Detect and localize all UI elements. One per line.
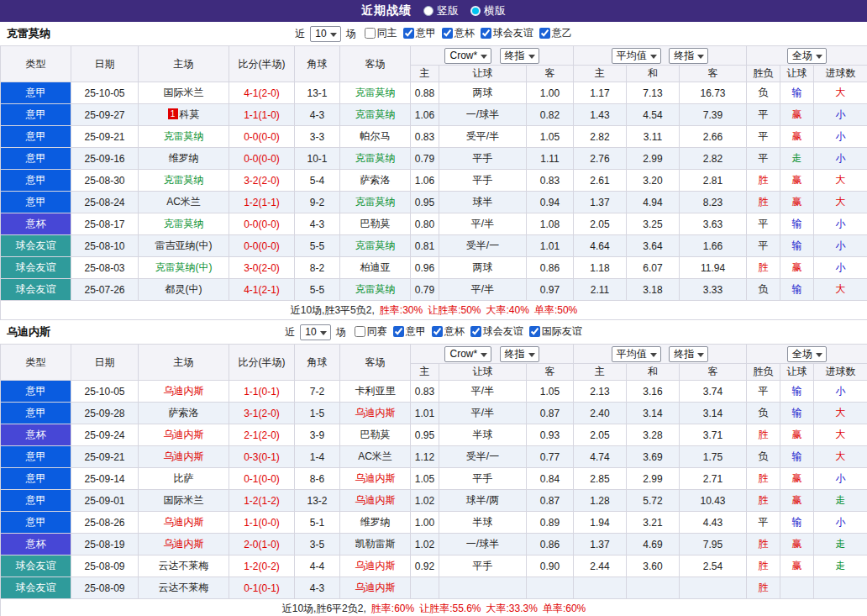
- away-team-link[interactable]: 克雷莫纳: [340, 279, 411, 301]
- filter-checkbox[interactable]: [481, 28, 491, 39]
- average-stage-select[interactable]: 终指: [669, 346, 708, 362]
- filter-checkbox[interactable]: [403, 28, 414, 39]
- home-team-link[interactable]: 国际米兰: [139, 82, 229, 104]
- filter-option[interactable]: 球会友谊: [481, 26, 533, 40]
- odds-stage-select[interactable]: 终指: [500, 346, 539, 362]
- filter-checkbox[interactable]: [432, 326, 443, 337]
- average-select[interactable]: 平均值: [612, 48, 661, 64]
- result-outcome: 胜: [747, 468, 780, 490]
- odds-stage-select[interactable]: 终指: [500, 48, 539, 64]
- home-team-link[interactable]: 云达不莱梅: [139, 577, 229, 599]
- filter-checkbox[interactable]: [365, 28, 376, 39]
- home-team-link[interactable]: 1科莫: [139, 104, 229, 126]
- match-score-link[interactable]: 3-1(2-0): [229, 403, 295, 424]
- match-score-link[interactable]: 4-1(2-0): [229, 82, 295, 104]
- filter-checkbox[interactable]: [355, 326, 365, 337]
- chevron-down-icon: [528, 55, 535, 59]
- away-team-link[interactable]: 克雷莫纳: [340, 148, 411, 170]
- home-team-link[interactable]: 克雷莫纳: [139, 126, 229, 148]
- filter-checkbox[interactable]: [539, 28, 550, 39]
- home-team-link[interactable]: 萨索洛: [139, 403, 229, 424]
- away-team-link[interactable]: 凯勒雷斯: [340, 534, 411, 555]
- home-team-link[interactable]: 乌迪内斯: [139, 424, 229, 446]
- away-team-link[interactable]: 巴勒莫: [340, 424, 411, 446]
- average-select[interactable]: 平均值: [612, 346, 661, 362]
- away-team-link[interactable]: 克雷莫纳: [340, 192, 411, 213]
- away-team-link[interactable]: 帕尔马: [340, 126, 411, 148]
- match-score-link[interactable]: 0-0(0-0): [229, 213, 295, 235]
- match-score-link[interactable]: 1-1(0-0): [229, 512, 295, 534]
- home-team-link[interactable]: 克雷莫纳: [139, 213, 229, 235]
- bookmaker-select[interactable]: Crow*: [444, 48, 491, 64]
- match-row: 意甲25-09-28萨索洛3-1(2-0)1-5乌迪内斯1.01平/半0.872…: [1, 403, 867, 424]
- filter-checkbox[interactable]: [442, 28, 453, 39]
- away-team-link[interactable]: 克雷莫纳: [340, 104, 411, 126]
- away-team-link[interactable]: 巴勒莫: [340, 213, 411, 235]
- filter-option[interactable]: 意甲: [403, 26, 436, 40]
- away-team-link[interactable]: 克雷莫纳: [340, 82, 411, 104]
- home-team-link[interactable]: 克雷莫纳(中): [139, 257, 229, 279]
- match-score-link[interactable]: 2-0(1-0): [229, 534, 295, 555]
- match-score-link[interactable]: 0-3(0-1): [229, 446, 295, 468]
- match-score-link[interactable]: 0-1(0-0): [229, 468, 295, 490]
- match-score-link[interactable]: 1-2(1-1): [229, 192, 295, 213]
- away-team-link[interactable]: 维罗纳: [340, 512, 411, 534]
- away-team-link[interactable]: 乌迪内斯: [340, 577, 411, 599]
- match-score-link[interactable]: 0-0(0-0): [229, 235, 295, 257]
- match-count-select[interactable]: 10: [310, 26, 340, 42]
- scope-select[interactable]: 全场: [787, 48, 827, 64]
- match-score-link[interactable]: 0-1(0-1): [229, 577, 295, 599]
- layout-radio-vertical[interactable]: 竖版: [423, 3, 459, 18]
- match-count-select[interactable]: 10: [300, 324, 330, 340]
- match-score-link[interactable]: 1-2(1-2): [229, 490, 295, 512]
- filter-option[interactable]: 国际友谊: [529, 324, 582, 339]
- match-score-link[interactable]: 0-0(0-0): [229, 126, 295, 148]
- filter-option[interactable]: 同主: [365, 26, 397, 40]
- away-team-link[interactable]: 乌迪内斯: [340, 555, 411, 577]
- filter-checkbox[interactable]: [470, 326, 481, 337]
- match-score-link[interactable]: 1-2(0-2): [229, 555, 295, 577]
- away-team-link[interactable]: 乌迪内斯: [340, 403, 411, 424]
- home-team-link[interactable]: AC米兰: [139, 192, 229, 213]
- home-team-link[interactable]: 乌迪内斯: [139, 534, 229, 555]
- home-team-link[interactable]: 雷吉亚纳(中): [139, 235, 229, 257]
- home-team-link[interactable]: 维罗纳: [139, 148, 229, 170]
- home-team-link[interactable]: 乌迪内斯: [139, 512, 229, 534]
- home-team-link[interactable]: 乌迪内斯: [139, 381, 229, 403]
- away-team-link[interactable]: AC米兰: [340, 446, 411, 468]
- match-score-link[interactable]: 1-1(1-0): [229, 104, 295, 126]
- away-team-link[interactable]: 萨索洛: [340, 170, 411, 192]
- away-team-link[interactable]: 柏迪亚: [340, 257, 411, 279]
- result-goals: 走: [814, 555, 867, 577]
- match-score-link[interactable]: 3-0(2-0): [229, 257, 295, 279]
- away-team-link[interactable]: 卡利亚里: [340, 381, 411, 403]
- avg-draw-odds: 3.20: [627, 170, 680, 192]
- match-score-link[interactable]: 0-0(0-0): [229, 148, 295, 170]
- filter-checkbox[interactable]: [529, 326, 540, 337]
- home-team-link[interactable]: 都灵(中): [139, 279, 229, 301]
- match-score-link[interactable]: 2-1(2-0): [229, 424, 295, 446]
- home-team-link[interactable]: 乌迪内斯: [139, 446, 229, 468]
- filter-option[interactable]: 球会友谊: [470, 324, 523, 339]
- bookmaker-select[interactable]: Crow*: [444, 346, 491, 362]
- home-team-link[interactable]: 云达不莱梅: [139, 555, 229, 577]
- match-score-link[interactable]: 3-2(2-0): [229, 170, 295, 192]
- match-score-link[interactable]: 1-1(0-1): [229, 381, 295, 403]
- away-team-link[interactable]: 乌迪内斯: [340, 490, 411, 512]
- scope-select[interactable]: 全场: [787, 346, 827, 362]
- filter-option[interactable]: 意杯: [432, 324, 465, 339]
- away-team-link[interactable]: 克雷莫纳: [340, 235, 411, 257]
- away-team-link[interactable]: 乌迪内斯: [340, 468, 411, 490]
- filter-option[interactable]: 同赛: [355, 324, 387, 339]
- match-score-link[interactable]: 4-1(2-1): [229, 279, 295, 301]
- filter-option[interactable]: 意甲: [393, 324, 426, 339]
- layout-radio-horizontal[interactable]: 横版: [470, 3, 506, 18]
- home-team-link[interactable]: 比萨: [139, 468, 229, 490]
- home-team-link[interactable]: 国际米兰: [139, 490, 229, 512]
- filter-option[interactable]: 意杯: [442, 26, 475, 40]
- average-stage-select[interactable]: 终指: [669, 48, 708, 64]
- home-team-link[interactable]: 克雷莫纳: [139, 170, 229, 192]
- avg-away-odds: 3.33: [680, 279, 747, 301]
- filter-option[interactable]: 意乙: [539, 26, 572, 40]
- filter-checkbox[interactable]: [393, 326, 404, 337]
